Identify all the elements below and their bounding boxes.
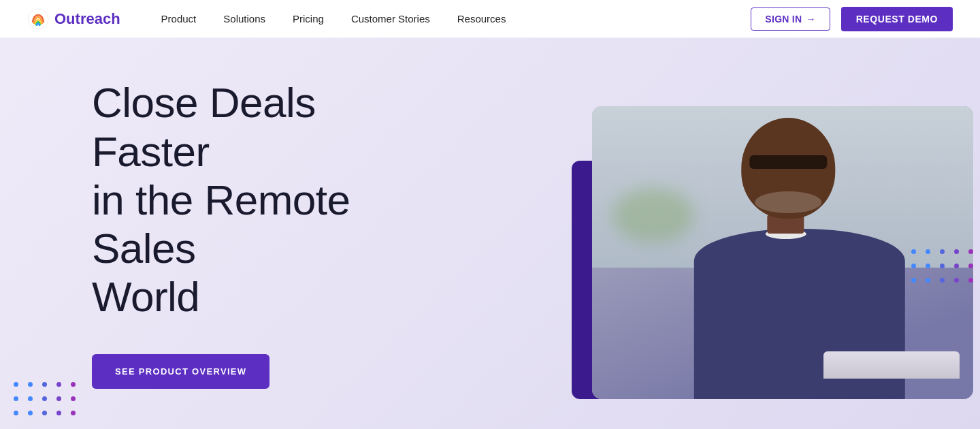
nav-resources[interactable]: Resources <box>457 13 506 25</box>
dot <box>926 249 930 254</box>
decorative-dots-top-right <box>911 249 973 283</box>
hero-section: Close Deals Faster in the Remote Sales W… <box>0 38 980 429</box>
dot <box>926 278 930 283</box>
dot <box>940 264 945 268</box>
dot <box>14 396 18 401</box>
logo-icon <box>27 8 49 30</box>
dot <box>926 264 930 268</box>
dot <box>42 411 47 415</box>
dot <box>968 264 973 268</box>
dot <box>56 396 61 401</box>
nav-actions: SIGN IN → REQUEST DEMO <box>751 7 953 31</box>
request-demo-button[interactable]: REQUEST DEMO <box>841 7 953 31</box>
see-product-overview-button[interactable]: SEE PRODUCT OVERVIEW <box>92 354 270 389</box>
dot <box>28 411 33 415</box>
navbar: Outreach Product Solutions Pricing Custo… <box>0 0 980 38</box>
nav-links: Product Solutions Pricing Customer Stori… <box>161 13 751 25</box>
nav-customer-stories[interactable]: Customer Stories <box>351 13 430 25</box>
hero-content: Close Deals Faster in the Remote Sales W… <box>0 78 395 388</box>
logo-text: Outreach <box>54 10 120 28</box>
dot <box>954 249 959 254</box>
hero-title: Close Deals Faster in the Remote Sales W… <box>92 78 395 321</box>
dot <box>14 411 18 415</box>
dot <box>42 396 47 401</box>
dot <box>968 249 973 254</box>
dot <box>71 411 76 415</box>
nav-solutions[interactable]: Solutions <box>223 13 265 25</box>
dot <box>28 396 33 401</box>
dot <box>911 278 916 283</box>
dot <box>56 411 61 415</box>
nav-product[interactable]: Product <box>161 13 197 25</box>
dot <box>954 278 959 283</box>
dot <box>71 396 76 401</box>
arrow-icon: → <box>806 14 815 25</box>
dot <box>968 278 973 283</box>
dot <box>954 264 959 268</box>
nav-pricing[interactable]: Pricing <box>293 13 324 25</box>
dot <box>911 264 916 268</box>
laptop <box>823 351 960 379</box>
dot <box>940 249 945 254</box>
signin-button[interactable]: SIGN IN → <box>751 7 830 31</box>
dot <box>911 249 916 254</box>
dot <box>940 278 945 283</box>
logo-link[interactable]: Outreach <box>27 8 120 30</box>
hero-image-area <box>572 106 980 419</box>
